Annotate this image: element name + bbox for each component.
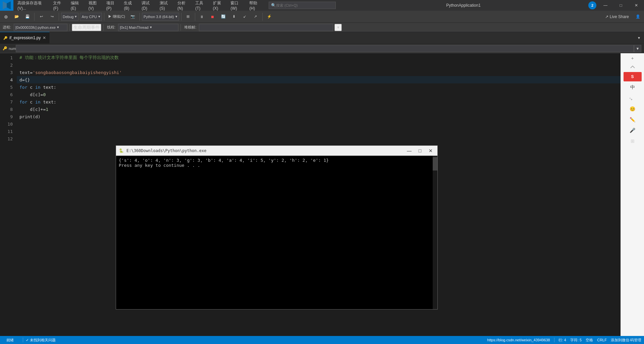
console-title: E:\360Downloads\Python\python.exe [126,148,402,153]
toolbar-camera[interactable]: 📷 [128,12,138,21]
maximize-button[interactable]: □ [613,0,629,11]
ime-emoji[interactable]: 😊 [624,104,642,114]
code-line-2 [17,61,624,69]
code-line-11 [17,128,624,135]
status-bar: 123 % 100 % 75 % ✓ 未找到相关问题 https://blog.… [0,336,644,344]
tab-name: if_expression1.py [9,36,41,40]
tab-close-btn[interactable]: ✕ [43,36,46,40]
debug-stop[interactable]: ⏹ [208,12,217,21]
debug-restart[interactable]: 🔄 [219,12,228,21]
menu-tools[interactable]: 工具(T) [193,0,210,11]
debug-step-over[interactable]: ⬇ [229,12,239,21]
line-3: 3 [0,69,17,76]
toolbar-debug-1[interactable]: ⊞ [183,12,193,21]
menu-help[interactable]: 帮助(H) [247,0,265,11]
process-label: 进程: [1,25,12,30]
toolbar: ⊕ 📂 💾 ↩ ↪ Debug ▾ Any CPU ▾ ▶ 继续(C) 📷 Py… [0,11,644,23]
toolbar-new[interactable]: ⊕ [1,12,11,21]
ime-write[interactable]: ✏️ [624,115,642,124]
cpu-dropdown[interactable]: Any CPU ▾ [80,13,102,21]
code-line-12 [17,135,624,142]
app-logo [0,0,13,11]
menu-project[interactable]: 项目(P) [104,0,121,11]
code-line-5: for c in text: [17,83,624,91]
menu-build[interactable]: 生成(B) [121,0,139,11]
line-10: 10 [0,120,17,128]
continue-button[interactable]: ▶ 继续(C) [106,12,127,21]
scroll-up-btn[interactable] [624,63,642,71]
right-side-panel: ＋ S 中 ·。 😊 ✏️ 🎤 ⊞ [621,53,644,336]
code-line-9: print(d) [17,113,624,120]
separator-5 [181,13,181,21]
status-sep-2 [554,338,554,342]
tab-if-expression[interactable]: 🔑 if_expression1.py ✕ [0,32,50,44]
close-button[interactable]: ✕ [629,0,644,11]
menu-file[interactable]: 文件(F) [50,0,68,11]
variable-input[interactable] [16,45,634,52]
line-9: 9 [0,113,17,120]
separator-6 [195,13,195,21]
menu-extensions[interactable]: 扩展(X) [210,0,228,11]
console-title-icon: 🐍 [119,148,124,153]
toolbar-undo[interactable]: ↩ [37,12,46,21]
debug-mode-dropdown[interactable]: Debug ▾ [61,13,78,21]
menu-test[interactable]: 测试(S) [157,0,175,11]
char-text: 字符: 5 [570,338,582,343]
lifecycle-btn[interactable]: 生命周期事件 [72,24,101,31]
toolbar-profile[interactable]: 👤 [633,12,643,21]
separator-1 [34,13,35,21]
notification-badge: 2 [588,1,596,9]
console-minimize[interactable]: — [405,147,413,154]
minimize-button[interactable]: — [598,0,613,11]
live-share-button[interactable]: ↗ Live Share [602,12,632,21]
variable-arrow[interactable]: ▼ [634,45,641,52]
debug-pause[interactable]: ⏸ [197,12,207,21]
debug-step-into[interactable]: ↙ [240,12,250,21]
ime-chinese[interactable]: 中 [624,83,642,92]
process-dropdown[interactable]: [0x000033fc] python.exe ▾ [14,24,67,31]
debug-step-out[interactable]: ↗ [251,12,260,21]
window-title: PythonApplication1 [338,3,588,8]
console-scrollbar[interactable] [433,156,437,309]
separator-2 [59,13,59,21]
python-dropdown[interactable]: Python 3.8 (64-bit) ▾ [142,13,179,21]
console-maximize[interactable]: □ [416,147,424,154]
console-scrollbar-thumb[interactable] [433,157,437,170]
menu-bar: 高级保存选项(V)... 文件(F) 编辑(E) 视图(V) 项目(P) 生成(… [13,0,266,11]
debug-sep-1 [69,24,70,31]
toolbar-redo[interactable]: ↪ [47,12,57,21]
status-left: 123 % 100 % 75 % ✓ 未找到相关问题 [3,337,485,343]
console-output-line1: {'s': 4, 'o': 4, 'n': 3, 'g': 3, 'b': 4,… [119,158,435,163]
sogou-logo[interactable]: S [624,72,642,81]
variable-icon: 🔑 [3,46,7,51]
separator-3 [104,13,104,21]
stack-dropdown[interactable] [199,24,333,31]
variable-bar: 🔑 num ▼ [0,44,644,53]
console-close[interactable]: ✕ [427,147,435,154]
ime-grid[interactable]: ⊞ [624,136,642,146]
tab-scroll-right[interactable]: ▾ [634,32,644,44]
menu-window[interactable]: 窗口(W) [228,0,247,11]
toolbar-extra[interactable]: ⚡ [265,12,274,21]
toolbar-save[interactable]: 💾 [23,12,32,21]
code-editor[interactable]: # 功能：统计文本字符串里面 每个字符出现的次数 text='songbaoba… [17,53,624,336]
search-box: 🔍 [269,2,336,9]
console-titlebar: 🐍 E:\360Downloads\Python\python.exe — □ … [116,146,437,156]
main-area: 1 2 3 4 5 6 7 8 9 10 11 12 # 功能：统计文本字符串里… [0,53,644,336]
toolbar-open[interactable]: 📂 [12,12,21,21]
search-input[interactable] [276,3,326,7]
menu-debug[interactable]: 调试(D) [139,0,157,11]
menu-edit[interactable]: 编辑(E) [68,0,86,11]
ime-mic[interactable]: 🎤 [624,126,642,135]
menu-view[interactable]: 视图(V) [86,0,104,11]
line-6: 6 [0,91,17,98]
plus-btn[interactable]: ＋ [624,55,642,62]
separator-4 [140,13,140,21]
debug-sep-3 [180,24,181,31]
stack-filter-btn[interactable]: ▾ [334,24,342,31]
menu-advanced-save[interactable]: 高级保存选项(V)... [15,0,50,11]
ime-dot[interactable]: ·。 [624,93,642,103]
console-output: {'s': 4, 'o': 4, 'n': 3, 'g': 3, 'b': 4,… [116,156,437,309]
menu-analyze[interactable]: 分析(N) [175,0,193,11]
thread-dropdown[interactable]: [0x1] MainThread ▾ [118,24,178,31]
